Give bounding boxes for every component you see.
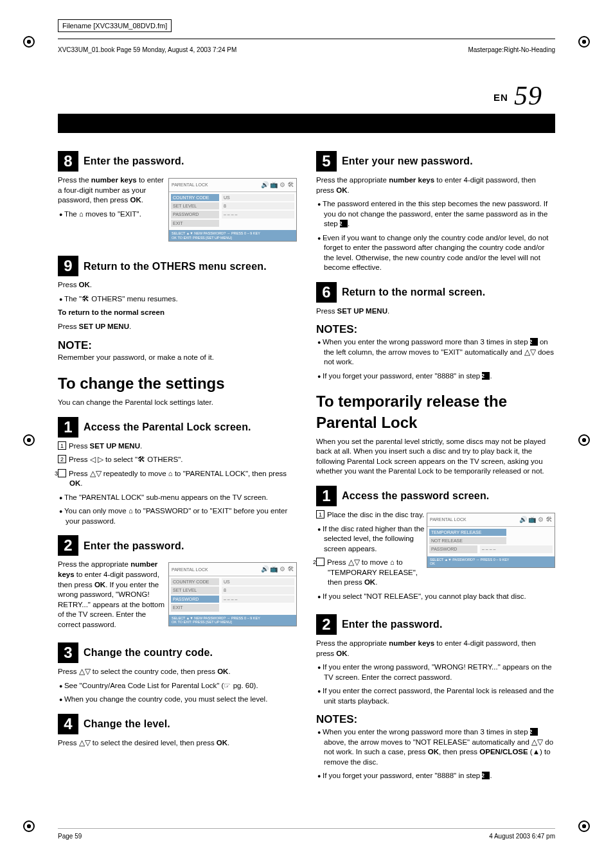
bullet: Even if you want to change only the coun…: [316, 233, 555, 273]
tv-title: PARENTAL LOCK: [430, 517, 466, 522]
step-num-icon: 2: [58, 535, 78, 556]
list-item: 2Press ◁ ▷ to select "🛠 OTHERS".: [58, 455, 297, 465]
bullet: If you forget your password, enter "8888…: [316, 771, 555, 781]
step-5-heading: 5 Enter your new password.: [316, 151, 555, 172]
bullet: If you select "NOT RELEASE", you cannot …: [316, 592, 555, 602]
list-item: 1Press SET UP MENU.: [58, 441, 297, 452]
step-6-heading: 6 Return to the normal screen.: [316, 282, 555, 303]
tv-screen-parental-lock: PARENTAL LOCK🔊 📺 ⚙ 🛠 COUNTRY CODEUS SET …: [168, 562, 297, 626]
page-number: EN 59: [58, 55, 555, 114]
step-title: Access the password screen.: [342, 489, 490, 503]
page-en: EN: [493, 92, 508, 103]
tv-title: PARENTAL LOCK: [172, 567, 208, 572]
tv-label: NOT RELEASE: [429, 537, 506, 544]
list-item: 3Press △▽ repeatedly to move ⌂ to "PAREN…: [58, 469, 297, 489]
step-title: Change the level.: [84, 717, 170, 731]
sub-heading: To return to the normal screen: [58, 308, 297, 318]
crop-mark-icon: [578, 36, 590, 48]
tv-footer: SELECT ▲▼ NEW PASSWORD? → PRESS 0 – 9 KE…: [169, 615, 296, 626]
masterpage: Masterpage:Right-No-Heading: [468, 46, 555, 53]
bullet: When you enter the wrong password more t…: [316, 337, 555, 368]
step-num-icon: 8: [58, 151, 78, 172]
tv-val: 8: [222, 587, 294, 594]
tv-footer: SELECT ▲▼ NEW PASSWORD? → PRESS 0 – 9 KE…: [169, 230, 296, 241]
bullet: See "Country/Area Code List for Parental…: [58, 681, 297, 691]
crop-mark-icon: [23, 36, 35, 48]
step-8-heading: 8 Enter the password.: [58, 151, 297, 172]
tv-val: – – – –: [222, 211, 294, 218]
body-text: Press SET UP MENU.: [316, 306, 555, 317]
body-text: Press the appropriate number keys to ent…: [316, 175, 555, 195]
step-num-icon: 9: [58, 256, 78, 276]
body-text: When you set the parental level strictly…: [316, 437, 555, 477]
tv-label: SET LEVEL: [171, 587, 219, 594]
bullet: The "🛠 OTHERS" menu resumes.: [58, 294, 297, 305]
step-num-icon: 5: [316, 151, 337, 172]
tv-label: EXIT: [171, 220, 219, 227]
step-title: Return to the normal screen.: [342, 285, 485, 299]
note-heading: NOTE:: [58, 339, 297, 353]
cstep-3-heading: 3 Change the country code.: [58, 642, 297, 663]
step-title: Enter the password.: [84, 154, 184, 168]
step-num-icon: 1: [316, 486, 337, 506]
body-text: Press △▽ to select the country code, the…: [58, 667, 297, 677]
body-text: You can change the Parental lock setting…: [58, 398, 297, 408]
body-text: Press the appropriate number keys to ent…: [316, 639, 555, 659]
bullet: When you change the country code, you mu…: [58, 695, 297, 705]
notes-heading: NOTES:: [316, 323, 555, 337]
tv-icons: 🔊 📺 ⚙ 🛠: [261, 181, 294, 190]
tv-icons: 🔊 📺 ⚙ 🛠: [519, 515, 552, 524]
footer: Page 59 4 August 2003 6:47 pm: [58, 828, 555, 840]
section-heading: To temporarily release the Parental Lock: [316, 391, 555, 433]
notes-heading: NOTES:: [316, 713, 555, 727]
section-heading: To change the settings: [58, 373, 297, 394]
tv-val: – – – –: [480, 545, 553, 553]
tv-val: – – – –: [222, 596, 294, 603]
step-title: Change the country code.: [84, 646, 213, 660]
bullet: If you enter the correct password, the P…: [316, 686, 555, 706]
step-num-icon: 1: [58, 417, 78, 438]
tv-label: SET LEVEL: [171, 202, 219, 209]
filename-box: Filename [XVC33UM_08DVD.fm]: [58, 19, 172, 32]
crop-mark-icon: [23, 820, 35, 832]
step-num-icon: 2: [316, 614, 337, 635]
crop-mark-icon: [578, 820, 590, 832]
cstep-1-heading: 1 Access the Parental Lock screen.: [58, 417, 297, 438]
bullet: If you forget your password, enter "8888…: [316, 371, 555, 382]
crop-mark-icon: [23, 434, 35, 446]
tv-label: COUNTRY CODE: [171, 194, 219, 201]
step-title: Enter your new password.: [342, 154, 473, 168]
step-title: Return to the OTHERS menu screen.: [84, 260, 267, 274]
body-text: Press △▽ to select the desired level, th…: [58, 738, 297, 748]
book-line: XVC33UM_01.book Page 59 Monday, August 4…: [58, 46, 236, 53]
step-9-heading: 9 Return to the OTHERS menu screen.: [58, 256, 297, 276]
tv-screen-temporary-release: PARENTAL LOCK🔊 📺 ⚙ 🛠 TEMPORARY RELEASE N…: [427, 513, 555, 568]
tv-label: COUNTRY CODE: [171, 578, 219, 585]
bullet: If you enter the wrong password, "WRONG!…: [316, 662, 555, 682]
tv-val: US: [222, 194, 294, 201]
step-title: Enter the password.: [84, 539, 184, 553]
step-title: Enter the password.: [342, 617, 443, 632]
body-text: Press OK.: [58, 280, 297, 290]
body-text: Press SET UP MENU.: [58, 322, 297, 332]
tv-footer: SELECT ▲▼ PASSWORD? → PRESS 0 – 9 KEYOK: [427, 556, 555, 567]
cstep-4-heading: 4 Change the level.: [58, 714, 297, 734]
tv-label: PASSWORD: [171, 596, 219, 603]
footer-date: 4 August 2003 6:47 pm: [489, 833, 555, 840]
tstep-1-heading: 1 Access the password screen.: [316, 486, 555, 506]
page-num-big: 59: [514, 81, 542, 111]
body-text: Remember your password, or make a note o…: [58, 353, 297, 363]
bullet: When you enter the wrong password more t…: [316, 727, 555, 767]
thick-rule: [58, 114, 555, 133]
step-title: Access the Parental Lock screen.: [84, 420, 251, 434]
tv-label: EXIT: [171, 604, 219, 611]
left-column: 8 Enter the password. PARENTAL LOCK🔊 📺 ⚙…: [58, 142, 297, 785]
bullet: The password entered in the this step be…: [316, 199, 555, 229]
tstep-2-heading: 2 Enter the password.: [316, 614, 555, 635]
bullet: The "PARENTAL LOCK" sub-menu appears on …: [58, 493, 297, 503]
footer-page: Page 59: [58, 833, 82, 840]
tv-icons: 🔊 📺 ⚙ 🛠: [261, 565, 294, 574]
rule: [58, 39, 555, 40]
tv-val: US: [222, 578, 294, 585]
step-num-icon: 3: [58, 642, 78, 663]
